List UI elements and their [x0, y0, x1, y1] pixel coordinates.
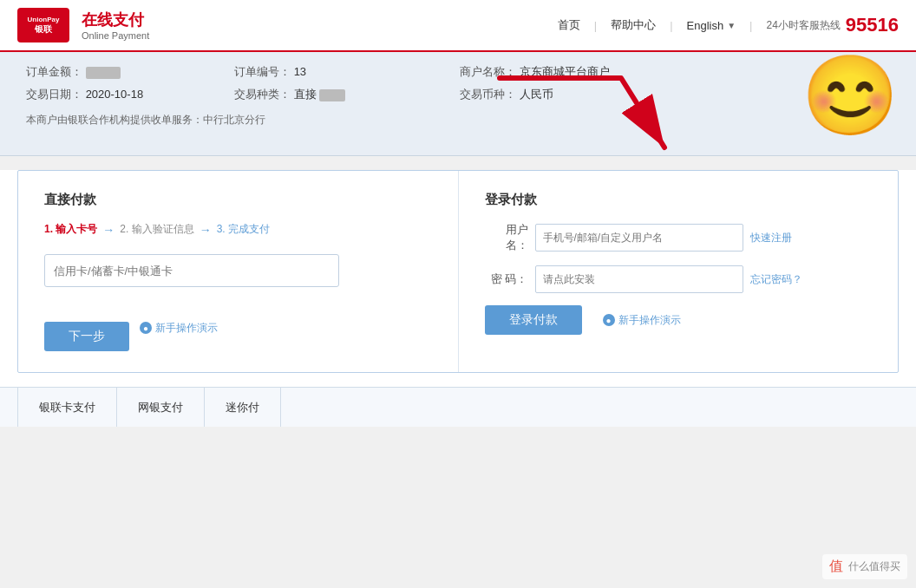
direct-payment-title: 直接付款 [44, 192, 432, 208]
header: UnionPay 银联 在线支付 Online Payment 首页 | 帮助中… [0, 0, 916, 52]
amount-label: 订单金额： [26, 65, 82, 78]
guide-circle-icon: ● [140, 322, 152, 334]
nav-separator-2: | [670, 19, 672, 32]
step-arrow-1: → [102, 223, 114, 237]
direct-payment-actions: 下一步 ● 新手操作演示 [44, 304, 432, 351]
nav-home[interactable]: 首页 [558, 17, 580, 33]
direct-guide-label: 新手操作演示 [155, 321, 218, 336]
login-actions: 登录付款 ● 新手操作演示 [485, 305, 873, 335]
login-newbie-guide[interactable]: ● 新手操作演示 [603, 313, 681, 328]
type-cell: 交易种类： 直接 [234, 87, 460, 102]
emoji-decoration: 😊 [802, 56, 899, 134]
step-2: 2. 输入验证信息 [120, 222, 193, 237]
language-selector[interactable]: English ▼ [687, 19, 736, 32]
currency-value: 人民币 [520, 88, 553, 101]
merchant-value: 京东商城平台商户 [520, 65, 610, 78]
hotline-area: 24小时客服热线 95516 [766, 14, 899, 36]
quick-register-link[interactable]: 快速注册 [750, 231, 792, 245]
order-amount-cell: 订单金额： [26, 64, 234, 80]
password-row: 密 码： 忘记密码？ [485, 265, 873, 293]
order-no-value: 13 [294, 65, 306, 78]
username-row: 用户名： 快速注册 [485, 222, 873, 253]
direct-payment-section: 直接付款 1. 输入卡号 → 2. 输入验证信息 → 3. 完成支付 下一步 ●… [18, 171, 459, 372]
logo-cn-text: 在线支付 [82, 10, 149, 30]
date-label: 交易日期： [26, 88, 82, 101]
chevron-down-icon: ▼ [727, 21, 736, 30]
logo-text: 在线支付 Online Payment [82, 10, 149, 41]
forgot-password-link[interactable]: 忘记密码？ [750, 272, 802, 287]
currency-label: 交易币种： [460, 88, 516, 101]
hotline-number: 95516 [846, 14, 899, 36]
login-payment-title: 登录付款 [485, 192, 873, 208]
password-label: 密 码： [485, 271, 528, 287]
step-arrow-2: → [200, 223, 212, 237]
order-info-grid: 订单金额： 订单编号： 13 商户名称： 京东商城平台商户 交易日期： 2020… [26, 64, 890, 127]
main-content: 直接付款 1. 输入卡号 → 2. 输入验证信息 → 3. 完成支付 下一步 ●… [0, 170, 916, 427]
header-nav: 首页 | 帮助中心 | English ▼ | 24小时客服热线 95516 [558, 14, 899, 36]
payment-panel: 直接付款 1. 输入卡号 → 2. 输入验证信息 → 3. 完成支付 下一步 ●… [17, 170, 899, 373]
login-pay-button[interactable]: 登录付款 [485, 305, 582, 335]
login-payment-section: 登录付款 用户名： 快速注册 密 码： 忘记密码？ 登录付款 ● 新手操作演示 [459, 171, 899, 372]
password-input[interactable] [535, 265, 743, 293]
login-guide-label: 新手操作演示 [618, 313, 681, 328]
step-3: 3. 完成支付 [217, 222, 270, 237]
nav-help[interactable]: 帮助中心 [611, 17, 656, 33]
username-input[interactable] [535, 224, 743, 252]
merchant-label: 商户名称： [460, 65, 516, 78]
next-step-button[interactable]: 下一步 [44, 322, 129, 351]
date-cell: 交易日期： 2020-10-18 [26, 87, 234, 102]
tab-unionpay[interactable]: 银联卡支付 [17, 388, 117, 428]
hotline-label: 24小时客服热线 [766, 18, 840, 33]
type-label: 交易种类： [234, 88, 291, 101]
date-value: 2020-10-18 [86, 88, 144, 101]
amount-redacted [86, 67, 121, 79]
step-1: 1. 输入卡号 [44, 222, 97, 237]
lang-label: English [687, 19, 724, 32]
direct-newbie-guide[interactable]: ● 新手操作演示 [140, 321, 218, 336]
tab-mini-pay[interactable]: 迷你付 [205, 388, 281, 428]
card-number-input[interactable] [44, 254, 339, 287]
nav-separator-1: | [594, 19, 597, 32]
username-label: 用户名： [485, 222, 528, 253]
type-value: 直接 [294, 88, 317, 101]
logo-en-text: Online Payment [82, 30, 149, 41]
logo-area: UnionPay 银联 在线支付 Online Payment [17, 8, 149, 42]
type-redacted [319, 89, 345, 101]
nav-separator-3: | [749, 19, 752, 32]
login-guide-circle-icon: ● [603, 314, 615, 326]
order-no-label: 订单编号： [234, 65, 291, 78]
tab-netbank[interactable]: 网银支付 [117, 388, 205, 428]
bottom-tabs: 银联卡支付 网银支付 迷你付 [0, 387, 916, 427]
unionpay-logo: UnionPay 银联 [17, 8, 69, 42]
payment-steps: 1. 输入卡号 → 2. 输入验证信息 → 3. 完成支付 [44, 222, 432, 237]
order-note: 本商户由银联合作机构提供收单服务：中行北京分行 [26, 113, 890, 127]
order-no-cell: 订单编号： 13 [234, 64, 460, 80]
order-info-bar: 订单金额： 订单编号： 13 商户名称： 京东商城平台商户 交易日期： 2020… [0, 52, 916, 156]
